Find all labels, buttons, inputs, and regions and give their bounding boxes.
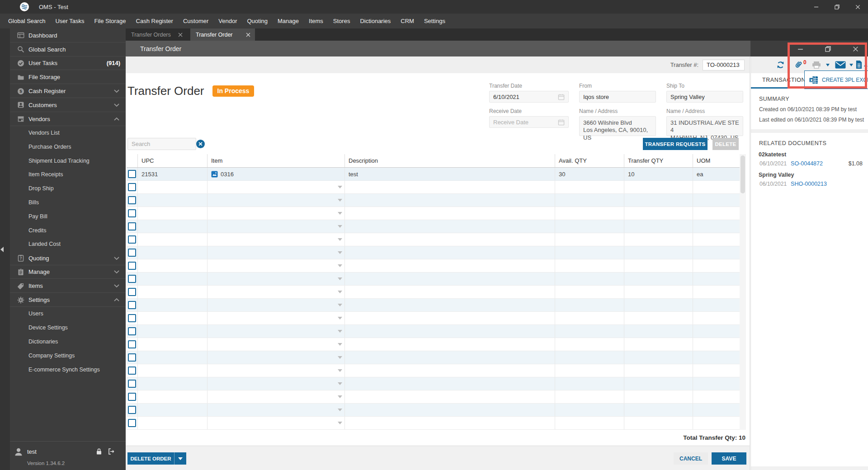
cell-item[interactable]	[207, 181, 344, 193]
cell-item[interactable]	[207, 207, 344, 220]
sidebar-item-pay-bill[interactable]: Pay Bill	[10, 209, 126, 223]
row-checkbox[interactable]	[128, 340, 136, 348]
row-checkbox[interactable]	[128, 235, 136, 244]
cell-description[interactable]	[344, 351, 555, 364]
chevron-down-icon[interactable]	[114, 89, 119, 93]
cell-uom[interactable]	[693, 417, 740, 429]
row-checkbox[interactable]	[128, 183, 136, 191]
email-icon[interactable]	[835, 61, 846, 69]
menu-item-vendor[interactable]: Vendor	[213, 14, 242, 28]
transfer-requests-button[interactable]: TRANSFER REQUESTS	[643, 138, 708, 150]
cancel-button[interactable]: CANCEL	[674, 452, 708, 465]
cell-uom[interactable]	[693, 286, 740, 298]
row-checkbox[interactable]	[128, 367, 136, 375]
cell-avail-qty[interactable]	[555, 220, 624, 233]
sidebar-item-quoting[interactable]: ?Quoting	[10, 251, 126, 265]
tab-transfer-order[interactable]: Transfer Order	[190, 28, 255, 41]
print-icon[interactable]	[811, 61, 821, 70]
item-dropdown-icon[interactable]	[338, 343, 342, 346]
cell-transfer-qty[interactable]	[624, 351, 693, 364]
row-checkbox[interactable]	[128, 249, 136, 257]
sidebar-item-cash-register[interactable]: $Cash Register	[10, 84, 126, 98]
cell-item[interactable]	[207, 299, 344, 311]
refresh-icon[interactable]	[776, 60, 785, 70]
menu-item-crm[interactable]: CRM	[396, 14, 419, 28]
cell-upc[interactable]	[137, 233, 207, 246]
cell-transfer-qty[interactable]	[624, 338, 693, 351]
item-dropdown-icon[interactable]	[338, 330, 342, 333]
cell-transfer-qty[interactable]	[624, 390, 693, 403]
cell-item[interactable]	[207, 312, 344, 324]
column-header-transfer-qty[interactable]: Transfer QTY	[624, 154, 693, 167]
cell-item[interactable]	[207, 246, 344, 259]
sidebar-item-customers[interactable]: Customers	[10, 98, 126, 112]
cell-avail-qty[interactable]	[555, 417, 624, 429]
panel-minimize-icon[interactable]	[797, 45, 804, 52]
row-checkbox[interactable]	[128, 419, 136, 427]
sidebar-item-file-storage[interactable]: File Storage	[10, 70, 126, 84]
cell-avail-qty[interactable]: 30	[555, 168, 624, 180]
cell-item[interactable]	[207, 417, 344, 429]
cell-upc[interactable]	[137, 338, 207, 351]
sidebar-item-bills[interactable]: Bills	[10, 196, 126, 210]
cell-avail-qty[interactable]	[555, 259, 624, 272]
item-dropdown-icon[interactable]	[338, 225, 342, 228]
cell-avail-qty[interactable]	[555, 286, 624, 298]
ship-to-input[interactable]: Spring Valley	[666, 91, 743, 103]
cell-upc[interactable]	[137, 273, 207, 285]
cell-transfer-qty[interactable]	[624, 220, 693, 233]
item-dropdown-icon[interactable]	[338, 304, 342, 306]
row-checkbox[interactable]	[128, 380, 136, 388]
cell-upc[interactable]	[137, 194, 207, 207]
cell-uom[interactable]	[693, 273, 740, 285]
cell-uom[interactable]	[693, 364, 740, 377]
sidebar-item-drop-ship[interactable]: Drop Ship	[10, 182, 126, 196]
sidebar-item-dictionaries[interactable]: Dictionaries	[10, 335, 126, 349]
cell-avail-qty[interactable]	[555, 246, 624, 259]
cell-uom[interactable]	[693, 246, 740, 259]
menu-item-stores[interactable]: Stores	[328, 14, 355, 28]
attachment-icon[interactable]	[794, 60, 803, 69]
item-dropdown-icon[interactable]	[338, 186, 342, 188]
cell-description[interactable]	[344, 364, 555, 377]
chevron-down-icon[interactable]	[114, 103, 119, 107]
cell-avail-qty[interactable]	[555, 181, 624, 193]
related-doc-link[interactable]: SHO-0000213	[791, 181, 827, 187]
cell-avail-qty[interactable]	[555, 273, 624, 285]
sidebar-collapse-icon[interactable]	[0, 247, 4, 252]
cell-upc[interactable]	[137, 181, 207, 193]
save-button[interactable]: SAVE	[712, 452, 746, 465]
panel-restore-icon[interactable]	[824, 45, 831, 52]
sidebar-item-user-tasks[interactable]: User Tasks(914)	[10, 56, 126, 70]
cell-avail-qty[interactable]	[555, 312, 624, 324]
cell-item[interactable]	[207, 286, 344, 298]
column-header-upc[interactable]: UPC	[137, 154, 207, 167]
item-dropdown-icon[interactable]	[338, 251, 342, 254]
column-header-item[interactable]: Item	[207, 154, 344, 167]
item-dropdown-icon[interactable]	[338, 212, 342, 215]
sidebar-item-items[interactable]: Items	[10, 279, 126, 293]
cell-avail-qty[interactable]	[555, 338, 624, 351]
cell-avail-qty[interactable]	[555, 233, 624, 246]
cell-avail-qty[interactable]	[555, 325, 624, 338]
tab-close-icon[interactable]	[246, 33, 250, 37]
row-checkbox[interactable]	[128, 209, 136, 217]
cell-description[interactable]	[344, 417, 555, 429]
from-input[interactable]: Iqos store	[579, 91, 656, 103]
cell-upc[interactable]	[137, 246, 207, 259]
scrollbar-thumb[interactable]	[741, 155, 745, 193]
cell-item[interactable]	[207, 233, 344, 246]
delete-order-button[interactable]: DELETE ORDER	[127, 452, 175, 465]
menu-item-settings[interactable]: Settings	[419, 14, 450, 28]
menu-item-customer[interactable]: Customer	[178, 14, 213, 28]
row-checkbox[interactable]	[128, 301, 136, 309]
delete-order-dropdown-icon[interactable]	[175, 452, 186, 465]
item-dropdown-icon[interactable]	[338, 277, 342, 280]
cell-item[interactable]	[207, 404, 344, 416]
cell-uom[interactable]	[693, 351, 740, 364]
cell-upc[interactable]	[137, 286, 207, 298]
sidebar-item-device-settings[interactable]: Device Settings	[10, 321, 126, 335]
cell-description[interactable]	[344, 404, 555, 416]
cell-transfer-qty[interactable]	[624, 325, 693, 338]
cell-transfer-qty[interactable]	[624, 312, 693, 324]
